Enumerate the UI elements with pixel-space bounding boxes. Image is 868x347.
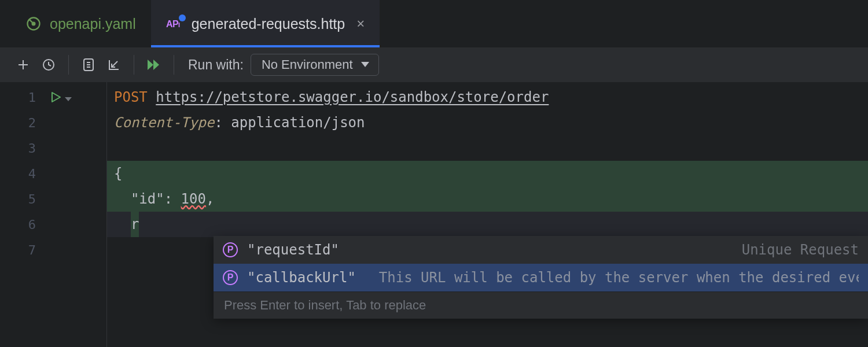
separator (174, 55, 174, 75)
code-line-current: r (107, 212, 868, 237)
completion-hint: Press Enter to insert, Tab to replace (214, 291, 868, 319)
api-icon: A P I (166, 17, 183, 31)
separator (134, 55, 134, 75)
close-icon[interactable]: × (353, 16, 365, 32)
svg-marker-14 (148, 60, 153, 70)
tab-label: generated-requests.http (192, 16, 345, 32)
completion-name: "requestId" (247, 242, 339, 258)
history-button[interactable] (36, 52, 61, 77)
run-gutter-icon[interactable] (51, 92, 61, 102)
code-line: "id": 100, (107, 186, 868, 212)
run-with-label: Run with: (188, 57, 244, 73)
code-line: { (107, 161, 868, 186)
tab-generated-requests[interactable]: A P I generated-requests.http × (151, 0, 380, 47)
svg-marker-16 (361, 62, 369, 67)
chevron-down-icon (361, 62, 369, 68)
show-structure-button[interactable] (76, 52, 101, 77)
chevron-down-icon[interactable] (65, 90, 72, 105)
gutter-line: 1 (0, 84, 106, 110)
completion-desc: Unique Request (362, 242, 859, 258)
svg-text:I: I (178, 21, 180, 28)
environment-dropdown[interactable]: No Environment (251, 54, 379, 76)
editor[interactable]: 1 2 3 4 5 6 7 POST https://petstore.swag… (0, 82, 868, 347)
completion-popup: P "requestId" Unique Request P "callback… (214, 236, 868, 319)
svg-marker-15 (153, 60, 159, 70)
svg-line-2 (29, 19, 32, 23)
add-button[interactable] (10, 52, 36, 77)
code-line: POST https://petstore.swagger.io/sandbox… (107, 84, 868, 110)
run-all-button[interactable] (141, 52, 167, 77)
separator (68, 55, 69, 75)
property-icon: P (223, 270, 238, 285)
toolbar: Run with: No Environment (0, 47, 868, 82)
tab-label: openapi.yaml (50, 16, 136, 32)
property-icon: P (223, 242, 238, 257)
completion-item[interactable]: P "requestId" Unique Request (214, 236, 868, 264)
import-button[interactable] (101, 52, 127, 77)
completion-desc: This URL will be called by the server wh… (379, 270, 859, 286)
svg-marker-17 (52, 93, 60, 102)
environment-value: No Environment (262, 57, 353, 72)
tab-openapi[interactable]: openapi.yaml (10, 0, 151, 47)
code-area[interactable]: POST https://petstore.swagger.io/sandbox… (107, 82, 868, 347)
openapi-icon (25, 16, 42, 32)
tab-bar: openapi.yaml A P I generated-requests.ht… (0, 0, 868, 47)
code-line (107, 135, 868, 161)
svg-line-13 (112, 61, 117, 67)
gutter: 1 2 3 4 5 6 7 (0, 82, 106, 347)
completion-name: "callbackUrl" (247, 270, 356, 286)
svg-marker-18 (65, 97, 72, 101)
completion-item-selected[interactable]: P "callbackUrl" This URL will be called … (214, 264, 868, 291)
code-line: Content-Type: application/json (107, 110, 868, 135)
